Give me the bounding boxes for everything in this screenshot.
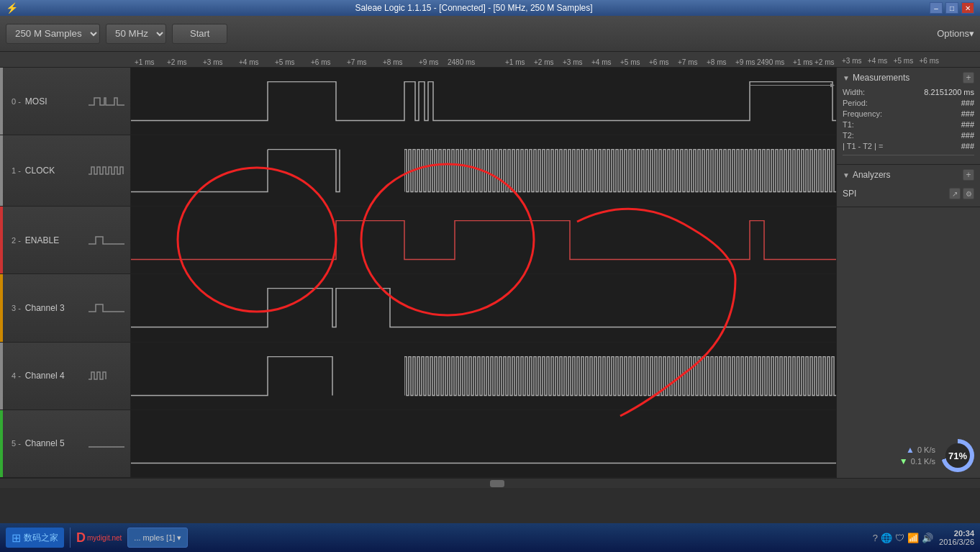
period-label: Period:	[843, 99, 868, 107]
width-value: 8.2151200 ms	[924, 88, 974, 96]
logo-text: mydigit.net	[87, 534, 122, 542]
main-area: 0 - MOSI	[0, 68, 980, 478]
network-icon[interactable]: 🌐	[881, 533, 892, 543]
waveform-svg-ch4	[131, 343, 836, 410]
up-arrow-icon: ▲	[906, 445, 915, 455]
svg-text:+4 ms: +4 ms	[591, 58, 612, 66]
minimize-button[interactable]: –	[930, 2, 943, 14]
measurements-divider	[843, 155, 974, 155]
channel-row-ch3: 3 - Channel 3	[0, 274, 836, 342]
svg-text:+2 ms: +2 ms	[534, 58, 554, 66]
frequency-select[interactable]: 50 MHz	[106, 24, 166, 44]
measurements-title-label: Measurements	[853, 73, 909, 83]
svg-text:+3 ms: +3 ms	[203, 58, 223, 66]
signal-icon[interactable]: 📶	[907, 533, 919, 543]
measurement-period: Period: ###	[843, 99, 974, 107]
measurement-width: Width: 8.2151200 ms	[843, 88, 974, 96]
channel-row-ch4: 4 - Channel 4	[0, 343, 836, 410]
channel-name-ch5: Channel 5	[25, 438, 65, 448]
options-button[interactable]: Options▾	[937, 28, 974, 39]
channel-waveform-ch4	[131, 343, 836, 410]
channel-waveform-icon-mosi	[89, 95, 124, 108]
channels-area: 0 - MOSI	[0, 68, 836, 478]
app-icon: ⚡	[6, 2, 18, 14]
svg-text:+1 ms: +1 ms	[135, 58, 155, 66]
analyzers-add-button[interactable]: +	[963, 169, 974, 181]
svg-text:+4 ms: +4 ms	[239, 58, 259, 66]
waveform-svg-clock	[131, 135, 836, 206]
t2-value: ###	[961, 131, 974, 140]
svg-text:+9 ms: +9 ms	[735, 58, 756, 66]
taskbar-logo: D mydigit.net	[76, 530, 122, 546]
analyzers-collapse-arrow[interactable]: ▼	[843, 171, 850, 179]
speed-down-row: ▼ 0.1 K/s	[899, 456, 935, 466]
start-button[interactable]: Start	[172, 24, 227, 44]
channel-index-mosi: 0 -	[12, 97, 21, 106]
scrollbar-thumb[interactable]	[490, 480, 504, 487]
svg-text:+1 ms: +1 ms	[793, 58, 813, 66]
samples-select[interactable]: 250 M Samples	[6, 24, 100, 44]
taskbar-right: ? 🌐 🛡 📶 🔊 20:34 2016/3/26	[873, 529, 974, 546]
measurements-collapse-arrow[interactable]: ▼	[843, 74, 850, 82]
waveform-svg-ch5	[131, 410, 836, 477]
freq-label: Frequency:	[843, 109, 882, 118]
analyzers-header: ▼ Analyzers +	[843, 169, 974, 181]
t1t2-value: ###	[961, 142, 974, 150]
taskbar-window-label: ... mples [1] ▾	[134, 533, 181, 543]
period-value: ###	[961, 99, 974, 107]
analyzers-title: ▼ Analyzers	[843, 170, 891, 180]
speed-down-value: 0.1 K/s	[911, 457, 935, 466]
svg-text:+8 ms: +8 ms	[707, 58, 727, 66]
measurements-section: ▼ Measurements + Width: 8.2151200 ms Per…	[837, 68, 980, 165]
channel-index-ch3: 3 -	[12, 304, 21, 312]
measurement-t1: T1: ###	[843, 120, 974, 129]
security-icon[interactable]: 🛡	[895, 533, 904, 543]
channel-index-enable: 2 -	[12, 236, 21, 245]
t1t2-label: | T1 - T2 | =	[843, 142, 883, 150]
channel-index-clock: 1 -	[12, 166, 21, 175]
channel-label-ch4: 4 - Channel 4	[0, 343, 131, 410]
channel-row-mosi: 0 - MOSI	[0, 68, 836, 135]
timeline-ruler: +1 ms +2 ms +3 ms +4 ms +5 ms +6 ms +7 m…	[0, 52, 980, 68]
channel-row-enable: 2 - ENABLE	[0, 207, 836, 274]
analyzer-spi-export-button[interactable]: ↗	[949, 188, 961, 199]
t2-label: T2:	[843, 131, 854, 140]
channel-index-ch4: 4 -	[12, 371, 21, 380]
channel-waveform-ch5	[131, 410, 836, 477]
maximize-button[interactable]: □	[945, 2, 958, 14]
channel-waveform-enable	[131, 207, 836, 273]
taskbar-clock: 20:34 2016/3/26	[939, 529, 974, 546]
channel-waveform-icon-ch5	[89, 437, 124, 450]
analyzers-title-label: Analyzers	[853, 170, 891, 180]
volume-icon[interactable]: 🔊	[922, 533, 933, 543]
clock-date: 2016/3/26	[939, 538, 974, 546]
analyzer-spi-settings-button[interactable]: ⚙	[963, 188, 974, 199]
svg-text:+2 ms: +2 ms	[815, 58, 835, 66]
channel-label-ch5: 5 - Channel 5	[0, 410, 131, 477]
waveform-svg-ch3	[131, 274, 836, 341]
taskbar-window-item[interactable]: ... mples [1] ▾	[127, 528, 188, 548]
help-icon[interactable]: ?	[873, 533, 878, 543]
toolbar: 250 M Samples 50 MHz Start Options▾	[0, 16, 980, 52]
width-label: Width:	[843, 88, 865, 96]
freq-value: ###	[961, 109, 974, 118]
svg-text:+8 ms: +8 ms	[383, 58, 403, 66]
channel-label-clock: 1 - CLOCK	[0, 135, 131, 206]
channel-label-ch3: 3 - Channel 3	[0, 274, 131, 341]
close-button[interactable]: ✕	[961, 2, 974, 14]
measurements-add-button[interactable]: +	[963, 72, 974, 83]
svg-text:+3 ms: +3 ms	[563, 58, 583, 66]
t1-value: ###	[961, 120, 974, 129]
t1-label: T1:	[843, 120, 854, 129]
svg-text:+1 ms: +1 ms	[505, 58, 525, 66]
start-button[interactable]: ⊞ 数码之家	[6, 528, 64, 548]
channel-label-enable: 2 - ENABLE	[0, 207, 131, 273]
horizontal-scrollbar[interactable]	[0, 478, 980, 488]
channel-waveform-icon-clock	[89, 164, 124, 177]
svg-text:+9 ms: +9 ms	[419, 58, 439, 66]
channel-controls-ch3	[89, 302, 124, 315]
down-arrow-icon: ▼	[899, 456, 908, 466]
right-panel: ▼ Measurements + Width: 8.2151200 ms Per…	[836, 68, 980, 478]
measurement-freq: Frequency: ###	[843, 109, 974, 118]
svg-text:2480 ms: 2480 ms	[448, 58, 475, 66]
